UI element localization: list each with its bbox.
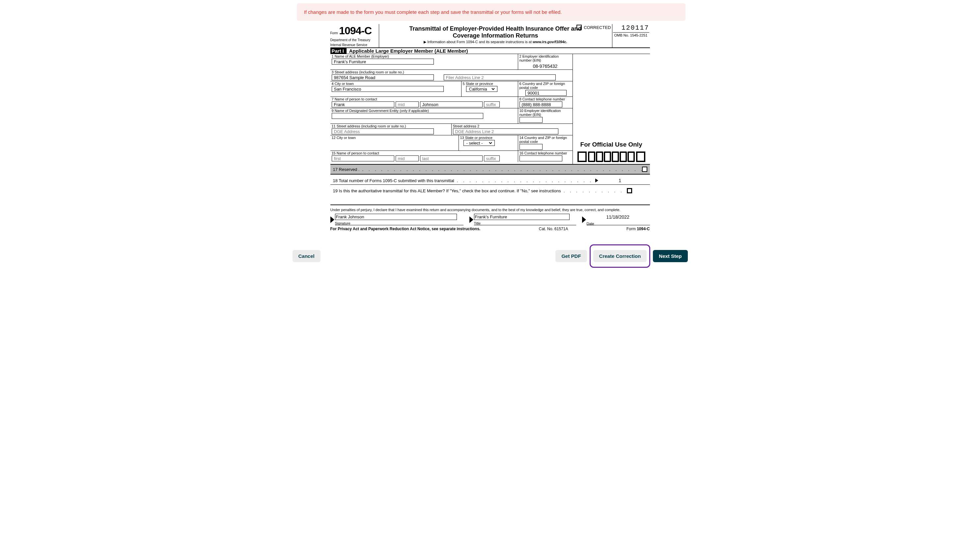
title-marker-icon — [469, 216, 473, 223]
header-right: CORRECTED 120117 OMB No. 1545-2251 — [612, 24, 650, 48]
l2-value: 08-9765432 — [519, 62, 571, 69]
footer-left: For Privacy Act and Paperwork Reduction … — [330, 227, 480, 231]
l17-checkbox[interactable] — [642, 167, 647, 172]
corrected-box: CORRECTED — [576, 25, 611, 30]
footer-right: Form 1094-C — [627, 227, 650, 231]
part-i-title: Applicable Large Employer Member (ALE Me… — [349, 48, 468, 54]
l16-input[interactable] — [521, 156, 561, 161]
l7-suffix-input[interactable] — [485, 102, 498, 107]
l11-input-1[interactable] — [333, 129, 432, 134]
arrow-icon — [595, 178, 598, 183]
line-18: 18 Total number of Forms 1095-C submitte… — [330, 175, 650, 185]
l13-label: 13 State or province — [460, 136, 517, 140]
l5-select[interactable]: California — [468, 86, 496, 92]
corrected-checkbox[interactable] — [576, 25, 582, 30]
date-marker-icon — [582, 216, 586, 223]
create-correction-highlight: Create Correction — [590, 244, 651, 268]
barcode — [573, 151, 650, 164]
l15-first-input[interactable] — [333, 156, 393, 161]
l15-suffix-input[interactable] — [485, 156, 498, 161]
signature-label: Signature — [335, 221, 463, 225]
l7-label: 7 Name of person to contact — [332, 97, 517, 101]
form-info: ▶ Information about Form 1094-C and its … — [382, 40, 609, 44]
warning-text: If changes are made to the form you must… — [304, 9, 562, 15]
l3-input-1[interactable] — [333, 75, 432, 80]
l5-label: 5 State or province — [463, 82, 517, 86]
action-bar: Cancel Get PDF Create Correction Next St… — [293, 244, 688, 268]
signature-row: Signature Title 11/18/2022 Date — [330, 214, 650, 225]
l1-label: 1 Name of ALE Member (Employer) — [332, 54, 517, 58]
l7-last-input[interactable] — [422, 102, 481, 107]
form-code: 120117 — [613, 24, 649, 32]
l9-label: 9 Name of Designated Government Entity (… — [332, 109, 517, 113]
line-17: 17 Reserved . . . . . . . . . . . . . . … — [330, 164, 650, 175]
l3-label: 3 Street address (including room or suit… — [332, 70, 571, 74]
form-label: Form — [330, 31, 338, 35]
dept-line1: Department of the Treasury — [330, 38, 377, 42]
l18-value: 1 — [615, 178, 621, 183]
l6-input[interactable] — [527, 90, 565, 96]
footer-center: Cat. No. 61571A — [539, 227, 568, 231]
l19-checkbox[interactable] — [627, 188, 632, 193]
l8-label: 8 Contact telephone number — [519, 97, 571, 101]
next-step-button[interactable]: Next Step — [653, 250, 687, 262]
form-1094c: Form 1094-C Department of the Treasury I… — [330, 24, 650, 231]
l3-input-2[interactable] — [445, 75, 554, 80]
l7-first-input[interactable] — [333, 102, 393, 107]
l1-input[interactable] — [333, 59, 432, 65]
official-use-panel: For Official Use Only — [573, 54, 650, 164]
line-19: 19 Is this the authoritative transmittal… — [330, 185, 650, 195]
title-input[interactable] — [474, 214, 569, 220]
form-header: Form 1094-C Department of the Treasury I… — [330, 24, 650, 48]
corrected-label: CORRECTED — [584, 25, 611, 30]
signature-input[interactable] — [335, 214, 457, 220]
form-title-1: Transmittal of Employer-Provided Health … — [382, 25, 609, 32]
official-use-label: For Official Use Only — [573, 138, 650, 151]
perjury-statement: Under penalties of perjury, I declare th… — [330, 205, 650, 212]
l7-mid-input[interactable] — [397, 102, 417, 107]
l11-label: 11 Street address (including room or sui… — [332, 124, 450, 128]
l10-label: 10 Employer identification number (EIN) — [519, 109, 571, 117]
l6-label: 6 Country and ZIP or foreign postal code — [519, 82, 571, 90]
dept-line2: Internal Revenue Service — [330, 43, 377, 47]
omb-number: OMB No. 1545-2251 — [613, 32, 649, 37]
form-title-2: Coverage Information Returns — [382, 32, 609, 39]
l10-input[interactable] — [521, 117, 541, 123]
l15-last-input[interactable] — [422, 156, 481, 161]
l8-input[interactable] — [521, 102, 561, 107]
l4-label: 4 City or town — [332, 82, 460, 86]
l13-select[interactable]: - select - — [465, 140, 493, 146]
l16-label: 16 Contact telephone number — [519, 151, 571, 155]
l15-label: 15 Name of person to contact — [332, 151, 517, 155]
cancel-button[interactable]: Cancel — [293, 250, 321, 262]
l9-input[interactable] — [333, 113, 482, 119]
l11-input-2[interactable] — [455, 129, 557, 134]
part-i-pill: Part I — [330, 48, 347, 54]
get-pdf-button[interactable]: Get PDF — [555, 250, 587, 262]
signature-marker-icon — [330, 216, 334, 223]
l18-label: 18 Total number of Forms 1095-C submitte… — [333, 178, 454, 183]
l4-input[interactable] — [333, 86, 442, 92]
l14-input[interactable] — [521, 144, 541, 150]
l15-mid-input[interactable] — [397, 156, 417, 161]
l2-label: 2 Employer identification number (EIN) — [519, 54, 571, 62]
l14-label: 14 Country and ZIP or foreign postal cod… — [519, 136, 571, 144]
title-label: Title — [474, 221, 576, 225]
l17-label: 17 Reserved . — [333, 167, 360, 172]
create-correction-button[interactable]: Create Correction — [593, 250, 647, 262]
header-left: Form 1094-C Department of the Treasury I… — [330, 24, 379, 48]
date-value: 11/18/2022 — [587, 214, 650, 221]
warning-banner: If changes are made to the form you must… — [297, 3, 686, 21]
form-footer: For Privacy Act and Paperwork Reduction … — [330, 225, 650, 231]
date-label: Date — [587, 222, 650, 226]
l11-label2: Street address 2 — [453, 124, 571, 128]
form-number: 1094-C — [339, 25, 372, 37]
l19-label: 19 Is this the authoritative transmittal… — [333, 188, 561, 193]
part-i-bar: Part I Applicable Large Employer Member … — [330, 48, 650, 54]
l12-label: 12 City or town — [332, 136, 457, 140]
